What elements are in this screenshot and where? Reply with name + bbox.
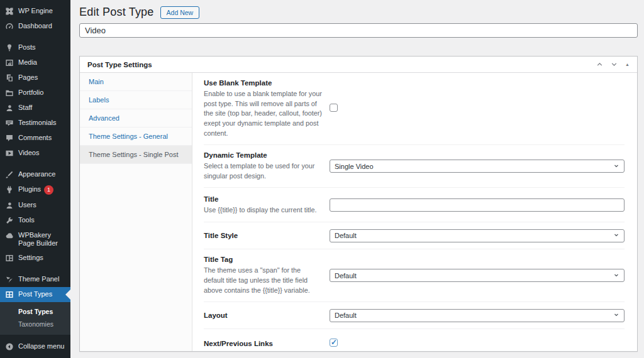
page-header: Edit Post Type Add New <box>79 6 638 19</box>
sidebar-item-post-types[interactable]: Post Types <box>0 287 70 302</box>
sidebar-item-staff[interactable]: Staff <box>0 100 70 116</box>
sidebar-item-label: Portfolio <box>18 89 43 97</box>
wpengine-logo-icon <box>5 7 14 16</box>
sidebar-item-label: WP Engine <box>18 7 53 15</box>
sidebar-item-testimonials[interactable]: Testimonials <box>0 116 70 131</box>
page-title: Edit Post Type <box>79 6 154 19</box>
title-input[interactable] <box>330 198 625 212</box>
field-label: Use Blank Template <box>204 79 322 87</box>
field-row-title: Title Use {{title}} to display the curre… <box>204 188 625 222</box>
submenu-item-taxonomies[interactable]: Taxonomies <box>0 318 70 330</box>
field-row-next-previous-links: Next/Previous Links <box>204 329 625 351</box>
collapse-arrow-icon <box>5 342 14 351</box>
panel-controls: ▲ <box>596 61 630 68</box>
field-description: Enable to use a blank template for your … <box>204 89 322 138</box>
tab-theme-settings-single-post[interactable]: Theme Settings - Single Post <box>80 146 192 164</box>
grid-icon <box>5 290 14 299</box>
add-new-button[interactable]: Add New <box>160 6 200 19</box>
field-description: Select a template to be used for your si… <box>204 161 322 181</box>
sidebar-item-comments[interactable]: Comments <box>0 131 70 146</box>
sidebar-item-pages[interactable]: Pages <box>0 70 70 85</box>
chevron-down-icon <box>613 312 619 319</box>
dashboard-icon <box>5 22 14 31</box>
chevron-down-icon <box>613 232 619 239</box>
wrench-icon <box>5 216 14 225</box>
sidebar-item-label: Pages <box>18 73 38 82</box>
plug-icon <box>5 185 14 194</box>
sidebar-item-label: Testimonials <box>18 119 57 127</box>
sidebar-item-label: Media <box>18 58 37 67</box>
folder-icon <box>5 89 14 97</box>
field-row-title-tag: Title Tag The theme uses a "span" for th… <box>204 249 625 302</box>
settings-tab-list: Main Labels Advanced Theme Settings - Ge… <box>80 73 192 351</box>
field-description: Use {{title}} to display the current tit… <box>204 205 322 215</box>
sidebar-item-label: Users <box>18 201 36 209</box>
post-type-settings-panel: Post Type Settings ▲ Main Labels Advance… <box>79 56 638 352</box>
field-label: Title <box>204 195 322 203</box>
settings-fields: Use Blank Template Enable to use a blank… <box>192 73 637 351</box>
sidebar-separator <box>0 161 70 167</box>
field-row-use-blank-template: Use Blank Template Enable to use a blank… <box>204 73 625 145</box>
sidebar-item-label: Videos <box>18 149 39 157</box>
video-icon <box>5 149 14 158</box>
post-types-submenu: Post Types Taxonomies <box>0 302 70 335</box>
field-row-dynamic-template: Dynamic Template Select a template to be… <box>204 145 625 188</box>
sidebar-item-label: Appearance <box>18 170 55 178</box>
collapse-menu-button[interactable]: Collapse menu <box>0 339 70 354</box>
person-icon <box>5 201 14 210</box>
collapse-menu-label: Collapse menu <box>18 342 64 350</box>
field-label: Next/Previous Links <box>204 340 322 347</box>
tab-theme-settings-general[interactable]: Theme Settings - General <box>80 127 192 146</box>
sidebar-item-label: Post Types <box>18 290 52 298</box>
post-type-name-input[interactable] <box>79 23 638 38</box>
sidebar-item-label: Plugins <box>18 185 41 193</box>
sidebar-item-wp-engine[interactable]: WP Engine <box>0 4 70 19</box>
sidebar-item-theme-panel[interactable]: Theme Panel <box>0 272 70 287</box>
pushpin-icon <box>5 43 14 52</box>
sidebar-item-dashboard[interactable]: Dashboard <box>0 19 70 34</box>
field-label: Title Style <box>204 232 322 239</box>
media-icon <box>5 58 14 67</box>
use-blank-template-checkbox[interactable] <box>330 104 338 112</box>
sidebar-item-settings[interactable]: Settings <box>0 251 70 266</box>
sidebar-item-label: Tools <box>18 216 35 224</box>
move-down-icon[interactable] <box>611 61 618 68</box>
sidebar-item-portfolio[interactable]: Portfolio <box>0 85 70 100</box>
field-row-layout: Layout Default <box>204 302 625 329</box>
sidebar-item-appearance[interactable]: Appearance <box>0 167 70 182</box>
dynamic-template-select[interactable]: Single Video <box>330 160 625 173</box>
brush-icon <box>5 170 14 179</box>
cloud-icon <box>5 231 14 240</box>
toggle-panel-icon[interactable]: ▲ <box>625 62 630 67</box>
field-label: Dynamic Template <box>204 151 322 159</box>
sidebar-item-label: Staff <box>18 104 32 112</box>
layout-select[interactable]: Default <box>330 309 625 322</box>
next-previous-links-checkbox[interactable] <box>330 339 338 347</box>
sidebar-item-label: WPBakery Page Builder <box>18 231 67 247</box>
sidebar-item-wpbakery[interactable]: WPBakery Page Builder <box>0 228 70 251</box>
theme-panel-icon <box>5 275 14 284</box>
field-label: Title Tag <box>204 256 322 263</box>
tab-main[interactable]: Main <box>80 73 192 91</box>
sidebar-item-media[interactable]: Media <box>0 55 70 70</box>
admin-sidebar: WP Engine Dashboard Posts Media Pages Po… <box>0 0 70 358</box>
sidebar-item-videos[interactable]: Videos <box>0 146 70 161</box>
panel-header: Post Type Settings ▲ <box>80 57 637 73</box>
sidebar-item-plugins[interactable]: Plugins 1 <box>0 182 70 198</box>
move-up-icon[interactable] <box>596 61 603 68</box>
tab-labels[interactable]: Labels <box>80 91 192 109</box>
title-tag-select[interactable]: Default <box>330 269 625 282</box>
sidebar-item-label: Theme Panel <box>18 275 59 283</box>
title-style-select[interactable]: Default <box>330 229 625 242</box>
person-icon <box>5 104 14 112</box>
sidebar-item-label: Settings <box>18 254 43 262</box>
testimonial-icon <box>5 119 14 127</box>
chevron-down-icon <box>613 163 619 170</box>
sidebar-item-posts[interactable]: Posts <box>0 40 70 55</box>
sidebar-item-tools[interactable]: Tools <box>0 213 70 228</box>
tab-advanced[interactable]: Advanced <box>80 109 192 127</box>
sidebar-item-users[interactable]: Users <box>0 198 70 213</box>
settings-icon <box>5 254 14 263</box>
comment-icon <box>5 134 14 143</box>
submenu-item-post-types[interactable]: Post Types <box>0 305 70 318</box>
